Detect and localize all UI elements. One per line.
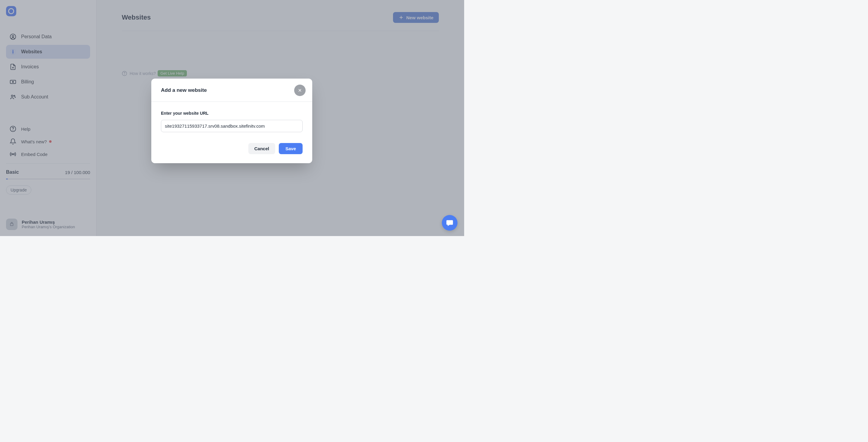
- close-icon: [298, 88, 302, 93]
- add-website-modal: Add a new website Enter your website URL…: [151, 78, 312, 163]
- save-button[interactable]: Save: [279, 143, 303, 154]
- modal-title: Add a new website: [161, 87, 207, 93]
- chat-widget-button[interactable]: [442, 215, 458, 231]
- url-input-label: Enter your website URL: [161, 111, 303, 115]
- modal-header: Add a new website: [151, 78, 312, 102]
- website-url-input[interactable]: [161, 120, 303, 132]
- chat-icon: [446, 219, 454, 227]
- modal-body: Enter your website URL: [151, 102, 312, 138]
- cancel-button[interactable]: Cancel: [248, 143, 275, 154]
- modal-footer: Cancel Save: [151, 138, 312, 163]
- close-button[interactable]: [294, 84, 306, 96]
